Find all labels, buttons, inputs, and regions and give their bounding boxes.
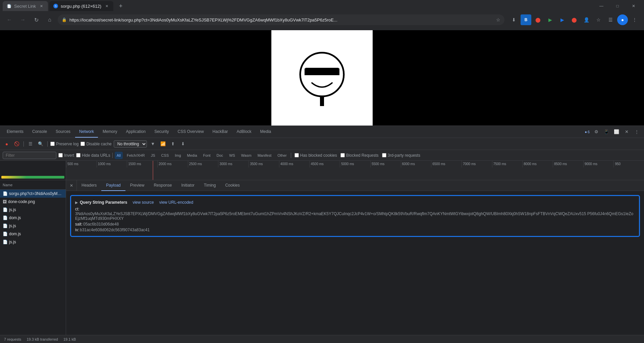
ext-list-icon[interactable]: ☰ [605,14,616,25]
file-list: Name 📄 sorgu.php?ct=3NdiAos0yMuXsKfa... … [0,180,66,335]
detail-tab-preview[interactable]: Preview [125,180,149,191]
tab-adblock[interactable]: AdBlock [233,126,256,138]
detail-tab-cookies[interactable]: Cookies [220,180,244,191]
file-item-sorgu[interactable]: 📄 sorgu.php?ct=3NdiAos0yMuXsKfa... [0,190,66,198]
file-item-js2[interactable]: 📄 js.js [0,222,66,230]
third-party-requests-checkbox[interactable] [382,153,386,157]
download-icon[interactable]: ⬇ [508,14,519,25]
detail-panel-close-button[interactable]: ✕ [66,180,77,191]
bookmark-icon[interactable]: ☆ [496,17,500,22]
file-icon-done-code: 🖼 [3,199,7,204]
more-options-icon[interactable]: ⋮ [629,14,640,25]
blocked-requests-label[interactable]: Blocked Requests [340,153,379,158]
detail-tab-timing[interactable]: Timing [199,180,221,191]
tab-network[interactable]: Network [75,126,98,138]
tab-sources[interactable]: Sources [52,126,74,138]
invert-checkbox[interactable] [58,153,63,157]
clear-button[interactable]: 🚫 [13,140,21,148]
toolbar-separator-2 [47,141,48,147]
filter-font[interactable]: Font [201,152,213,159]
record-button[interactable]: ● [3,140,11,148]
tab-memory[interactable]: Memory [99,126,121,138]
file-name-sorgu: sorgu.php?ct=3NdiAos0yMuXsKfa... [9,191,63,196]
filter-doc[interactable]: Doc [215,152,225,159]
tab-application[interactable]: Application [122,126,150,138]
tab-close-secret[interactable]: ✕ [39,3,44,9]
reload-button[interactable]: ↻ [31,14,42,25]
filter-js[interactable]: JS [149,152,157,159]
export-button[interactable]: ⬇ [179,140,187,148]
online-indicator-icon[interactable]: 📶 [159,140,167,148]
filter-img[interactable]: Img [173,152,183,159]
address-bar[interactable]: 🔒 https://localhost/secret-link/sorgu.ph… [58,14,504,25]
tab-hackbar[interactable]: HackBar [209,126,232,138]
tab-css-overview[interactable]: CSS Overview [174,126,208,138]
user-avatar[interactable]: ● [617,14,628,25]
filter-css[interactable]: CSS [159,152,171,159]
tab-sorgu[interactable]: S sorgu.php (612×612) ✕ [49,1,113,11]
ext-b-icon[interactable]: B [521,14,531,25]
filter-input[interactable] [3,152,56,159]
devtools-close-button[interactable]: ✕ [622,127,631,137]
file-item-dom2[interactable]: 📄 dom.js [0,230,66,238]
tab-console[interactable]: Console [28,126,51,138]
throttle-select[interactable]: No throttling [114,140,147,148]
devtools-settings-button[interactable]: ⚙ [592,127,601,137]
filter-separator-2 [291,153,291,158]
throttle-dropdown-icon[interactable]: ▼ [149,140,157,148]
tab-elements[interactable]: Elements [3,126,28,138]
devtools-device-button[interactable]: 📱 [602,127,611,137]
hide-data-urls-checkbox[interactable] [76,153,80,157]
detail-tab-payload[interactable]: Payload [101,180,125,191]
preserve-log-checkbox-label[interactable]: Preserve log [50,142,78,146]
ext-red2-icon[interactable]: ⬤ [569,14,580,25]
filter-other[interactable]: Other [275,152,289,159]
disable-cache-checkbox-label[interactable]: Disable cache [80,142,111,146]
ext-red-icon[interactable]: ⬤ [533,14,543,25]
filter-all[interactable]: All [115,152,123,159]
detail-tab-headers[interactable]: Headers [77,180,101,191]
filter-icon-button[interactable]: ☰ [26,140,35,148]
third-party-requests-label[interactable]: 3rd-party requests [382,153,420,158]
back-button[interactable]: ← [4,14,15,25]
preserve-log-checkbox[interactable] [50,142,55,146]
tab-close-sorgu[interactable]: ✕ [104,3,109,9]
file-item-js3[interactable]: 📄 js.js [0,238,66,246]
blocked-requests-checkbox[interactable] [340,153,345,157]
filter-fetch-xhr[interactable]: Fetch/XHR [125,152,147,159]
disable-cache-checkbox[interactable] [80,142,85,146]
ext-person-icon[interactable]: 👤 [581,14,592,25]
has-blocked-cookies-label[interactable]: Has blocked cookies [294,153,337,158]
ext-blue-icon[interactable]: ▶ [557,14,568,25]
detail-tab-response[interactable]: Response [149,180,176,191]
file-item-dom1[interactable]: 📄 dom.js [0,214,66,222]
tab-security[interactable]: Security [150,126,173,138]
import-button[interactable]: ⬆ [169,140,177,148]
hide-data-urls-checkbox-label[interactable]: Hide data URLs [76,153,110,158]
devtools-dock-button[interactable]: ⬜ [612,127,621,137]
invert-checkbox-label[interactable]: Invert [58,153,74,158]
minimize-button[interactable]: — [594,1,609,11]
file-item-done-code[interactable]: 🖼 done-code.png [0,198,66,206]
toolbar-icons: ⬇ B ⬤ ▶ ▶ ⬤ 👤 ☆ ☰ ● ⋮ [508,14,640,25]
close-button[interactable]: ✕ [626,1,641,11]
detail-tab-initiator[interactable]: Initiator [176,180,199,191]
home-button[interactable]: ⌂ [44,14,55,25]
view-url-encoded-link[interactable]: view URL-encoded [159,200,193,205]
tab-secret-link[interactable]: 📄 Secret Link ✕ [3,1,48,11]
file-item-js1[interactable]: 📄 js.js [0,206,66,214]
view-source-link[interactable]: view source [132,200,154,205]
has-blocked-cookies-checkbox[interactable] [294,153,299,157]
ext-green-icon[interactable]: ▶ [545,14,555,25]
filter-media[interactable]: Media [185,152,199,159]
filter-ws[interactable]: WS [227,152,237,159]
new-tab-button[interactable]: + [116,1,125,11]
filter-wasm[interactable]: Wasm [239,152,254,159]
search-icon-button[interactable]: 🔍 [37,140,45,148]
maximize-button[interactable]: □ [610,1,625,11]
ext-star-icon[interactable]: ☆ [593,14,604,25]
tab-media[interactable]: Media [256,126,275,138]
devtools-more-button[interactable]: ⋮ [632,127,641,137]
filter-manifest[interactable]: Manifest [256,152,274,159]
forward-button[interactable]: → [17,14,28,25]
